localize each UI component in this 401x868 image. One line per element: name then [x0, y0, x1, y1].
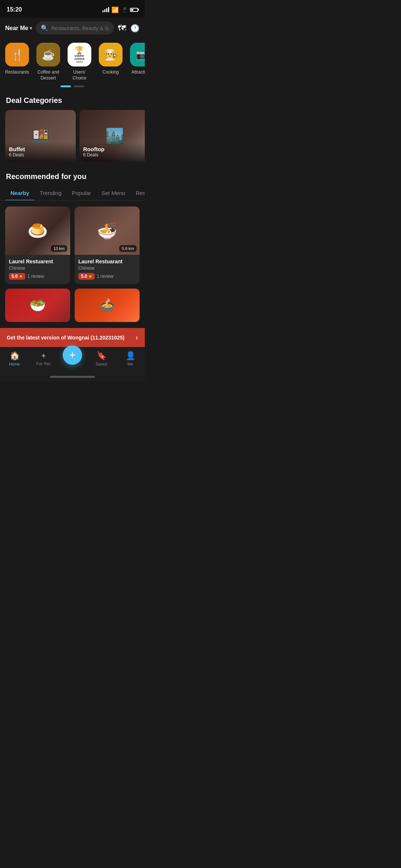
coffee-dessert-icon: ☕	[42, 49, 55, 61]
restaurants-icon: 🍴	[11, 49, 24, 61]
cooking-label: Cooking	[102, 69, 119, 75]
battery-icon	[130, 8, 138, 12]
rating-value-2: 5.0	[81, 274, 87, 279]
history-button[interactable]: 🕐	[130, 23, 140, 33]
restaurant-card-1-image: 🍮 10 km	[5, 207, 70, 255]
users-choice-icon-bg: 🏆 USERS'CHOICE 2023	[68, 43, 91, 66]
distance-badge-2: 5.6 km	[119, 245, 137, 252]
restaurants-icon-bg: 🍴	[5, 43, 29, 66]
tab-restaurant[interactable]: Resta...	[130, 186, 145, 201]
restaurant-image-bg-4: 🍲	[75, 289, 140, 322]
rating-badge-2: 5.0 ★	[78, 273, 95, 280]
restaurants-label: Restaurants	[5, 69, 29, 75]
chevron-down-icon: ▾	[30, 26, 32, 31]
users-choice-inner: 🏆 USERS'CHOICE 2023	[72, 43, 87, 66]
header-actions: 🗺 🕐	[118, 23, 140, 33]
recommended-title: Recommended for you	[0, 172, 145, 186]
restaurant-cuisine-1: Chinese	[9, 266, 66, 271]
rooftop-overlay: Rooftop 6 Deals	[79, 142, 145, 162]
restaurant-card-1[interactable]: 🍮 10 km Laurel Restuarent Chinese 5.0 ★ …	[5, 207, 70, 284]
update-banner[interactable]: Get the latest version of Wongnai (11.20…	[0, 328, 145, 347]
restaurant-card-4-partial[interactable]: 🍲	[75, 289, 140, 322]
star-icon-1: ★	[19, 274, 23, 279]
review-count-1: 1 review	[27, 274, 44, 279]
add-btn-wrap: +	[58, 353, 87, 365]
category-cooking[interactable]: 👨‍🍳 Cooking	[99, 43, 123, 81]
nav-me[interactable]: 👤 Me	[116, 351, 145, 366]
me-icon: 👤	[125, 351, 136, 361]
coffee-dessert-icon-bg: ☕	[36, 43, 60, 66]
update-banner-text: Get the latest version of Wongnai (11.20…	[7, 335, 124, 341]
me-label: Me	[127, 362, 133, 366]
attractions-icon-bg: 📷	[130, 43, 145, 66]
category-users-choice[interactable]: 🏆 USERS'CHOICE 2023 Users'Choice	[68, 43, 91, 81]
rating-value-1: 5.0	[12, 274, 18, 279]
status-time: 15:20	[7, 6, 22, 13]
map-button[interactable]: 🗺	[118, 23, 126, 33]
home-label: Home	[9, 362, 20, 366]
plus-icon: +	[69, 349, 76, 361]
header: Near Me ▾ 🔍 🗺 🕐	[0, 18, 145, 38]
review-count-2: 1 review	[97, 274, 114, 279]
history-icon: 🕐	[130, 24, 140, 32]
sim-icon: 📱	[122, 7, 128, 13]
dot-2	[74, 85, 84, 87]
buffet-name: Buffet	[9, 146, 72, 152]
restaurant-card-2-image: 🍜 5.6 km	[75, 207, 140, 255]
buffet-count: 6 Deals	[9, 152, 72, 157]
home-icon: 🏠	[10, 351, 20, 361]
restaurant-rating-1: 5.0 ★ 1 review	[9, 273, 66, 280]
signal-icon	[102, 7, 109, 12]
rooftop-count: 6 Deals	[83, 152, 145, 157]
search-input[interactable]	[51, 25, 109, 31]
category-attractions[interactable]: 📷 Attractions	[130, 43, 145, 81]
coffee-dessert-label: Coffee andDessert	[38, 69, 59, 81]
for-you-icon: ✦	[40, 351, 47, 360]
deal-categories-section: Deal Categories 🍱 Buffet 6 Deals 🏙️ Roof…	[0, 93, 145, 169]
restaurant-name-1: Laurel Restuarent	[9, 259, 66, 264]
restaurant-info-1: Laurel Restuarent Chinese 5.0 ★ 1 review	[5, 255, 70, 284]
update-chevron-icon: ›	[136, 333, 138, 342]
restaurant-cards-grid: 🍮 10 km Laurel Restuarent Chinese 5.0 ★ …	[0, 201, 145, 328]
nav-for-you[interactable]: ✦ For You	[29, 351, 58, 366]
cooking-icon: 👨‍🍳	[104, 49, 117, 61]
restaurant-info-2: Laurel Restuarant Chinese 5.0 ★ 1 review	[75, 255, 140, 284]
restaurant-name-2: Laurel Restuarant	[78, 259, 136, 264]
tab-trending[interactable]: Trending	[35, 186, 67, 201]
wifi-icon: 📶	[111, 6, 119, 13]
for-you-label: For You	[36, 361, 50, 366]
deal-card-rooftop[interactable]: 🏙️ Rooftop 6 Deals	[79, 110, 145, 162]
search-bar[interactable]: 🔍	[36, 22, 114, 35]
restaurant-card-3-partial[interactable]: 🥗	[5, 289, 70, 322]
category-restaurants[interactable]: 🍴 Restaurants	[5, 43, 29, 81]
deal-categories-scroll: 🍱 Buffet 6 Deals 🏙️ Rooftop 6 Deals 🏨 Ho…	[0, 110, 145, 169]
buffet-overlay: Buffet 6 Deals	[5, 142, 76, 162]
status-bar: 15:20 📶 📱	[0, 0, 145, 18]
categories-scroll: 🍴 Restaurants ☕ Coffee andDessert 🏆 USER…	[0, 38, 145, 84]
dot-1	[61, 85, 71, 87]
restaurant-card-2[interactable]: 🍜 5.6 km Laurel Restuarant Chinese 5.0 ★…	[75, 207, 140, 284]
star-icon-2: ★	[88, 274, 92, 279]
add-button[interactable]: +	[63, 345, 82, 365]
map-icon: 🗺	[118, 23, 126, 33]
tab-popular[interactable]: Popular	[67, 186, 97, 201]
saved-label: Saved	[95, 362, 107, 366]
restaurant-rating-2: 5.0 ★ 1 review	[78, 273, 136, 280]
status-icons: 📶 📱	[102, 6, 138, 13]
rooftop-name: Rooftop	[83, 146, 145, 152]
category-coffee-dessert[interactable]: ☕ Coffee andDessert	[36, 43, 60, 81]
attractions-icon: 📷	[136, 49, 145, 61]
tab-nearby[interactable]: Nearby	[5, 186, 35, 201]
recommended-section: Recommended for you Nearby Trending Popu…	[0, 169, 145, 328]
cooking-icon-bg: 👨‍🍳	[99, 43, 123, 66]
nav-saved[interactable]: 🔖 Saved	[87, 351, 116, 366]
location-label: Near Me	[5, 25, 28, 32]
tab-set-menu[interactable]: Set Menu	[96, 186, 130, 201]
nav-home[interactable]: 🏠 Home	[0, 351, 29, 366]
deal-categories-title: Deal Categories	[0, 96, 145, 110]
deal-card-buffet[interactable]: 🍱 Buffet 6 Deals	[5, 110, 76, 162]
distance-badge-1: 10 km	[51, 245, 67, 252]
bottom-nav: 🏠 Home ✦ For You + 🔖 Saved 👤 Me	[0, 347, 145, 374]
location-button[interactable]: Near Me ▾	[5, 25, 32, 32]
home-indicator	[0, 374, 145, 381]
